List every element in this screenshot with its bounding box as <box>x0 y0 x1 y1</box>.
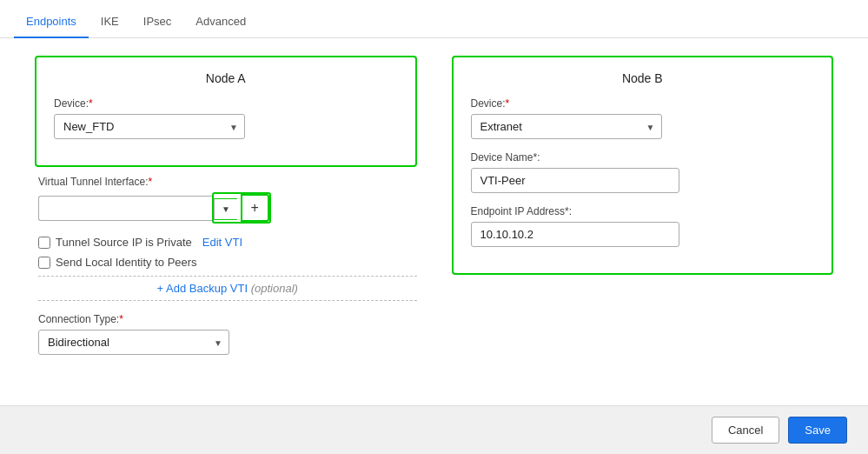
left-col-rest: Virtual Tunnel Interface:* ▼ + Tunnel So… <box>35 176 417 367</box>
footer: Cancel Save <box>0 405 868 454</box>
node-b-title: Node B <box>471 71 815 85</box>
vti-controls-box: ▼ + <box>212 192 271 224</box>
node-b-device-name-group: Device Name*: <box>471 151 815 193</box>
node-a-device-select-wrapper: New_FTD Device2 Device3 ▼ <box>54 114 245 139</box>
node-b-device-select-wrapper: Extranet Device1 Device2 ▼ <box>471 114 662 139</box>
vti-dropdown-button[interactable]: ▼ <box>214 198 237 220</box>
vti-input[interactable] <box>38 196 212 221</box>
main-content: Node A Device:* New_FTD Device2 Device3 … <box>0 38 868 405</box>
tabs-bar: Endpoints IKE IPsec Advanced <box>0 0 868 38</box>
send-local-checkbox[interactable] <box>38 257 50 269</box>
cancel-button[interactable]: Cancel <box>712 417 779 444</box>
node-b-device-name-input[interactable] <box>471 168 679 193</box>
tunnel-source-label: Tunnel Source IP is Private <box>56 236 192 249</box>
save-button[interactable]: Save <box>788 417 847 444</box>
node-a-panel: Node A Device:* New_FTD Device2 Device3 … <box>35 56 417 167</box>
node-a-device-group: Device:* New_FTD Device2 Device3 ▼ <box>54 97 398 139</box>
connection-type-select-wrapper: Bidirectional Answer Only Initiate Only … <box>38 330 229 355</box>
tab-endpoints[interactable]: Endpoints <box>14 6 89 38</box>
node-a-title: Node A <box>54 71 398 85</box>
connection-type-select[interactable]: Bidirectional Answer Only Initiate Only <box>38 330 229 355</box>
left-column: Node A Device:* New_FTD Device2 Device3 … <box>35 56 417 388</box>
vti-label: Virtual Tunnel Interface:* <box>38 176 417 188</box>
edit-vti-link[interactable]: Edit VTI <box>202 236 242 249</box>
node-b-device-name-label: Device Name*: <box>471 151 815 164</box>
node-b-device-group: Device:* Extranet Device1 Device2 ▼ <box>471 97 815 139</box>
send-local-label: Send Local Identity to Peers <box>56 256 197 269</box>
add-backup-optional-text: (optional) <box>251 282 298 295</box>
node-a-device-label: Device:* <box>54 97 398 110</box>
connection-type-group: Connection Type:* Bidirectional Answer O… <box>38 313 417 355</box>
send-local-row: Send Local Identity to Peers <box>38 256 417 269</box>
add-backup-label: + Add Backup VTI <box>157 282 248 295</box>
node-a-device-select[interactable]: New_FTD Device2 Device3 <box>54 114 245 139</box>
vti-field-group: Virtual Tunnel Interface:* ▼ + <box>38 176 417 224</box>
node-b-endpoint-ip-group: Endpoint IP Address*: <box>471 205 815 247</box>
node-b-endpoint-ip-input[interactable] <box>471 222 679 247</box>
tab-advanced[interactable]: Advanced <box>183 6 258 38</box>
vti-add-button[interactable]: + <box>241 194 269 222</box>
node-b-panel: Node B Device:* Extranet Device1 Device2… <box>452 56 834 275</box>
connection-type-label: Connection Type:* <box>38 313 417 325</box>
tunnel-source-checkbox[interactable] <box>38 237 50 249</box>
vti-input-row: ▼ + <box>38 192 417 224</box>
tab-ipsec[interactable]: IPsec <box>131 6 184 38</box>
right-column: Node B Device:* Extranet Device1 Device2… <box>452 56 834 388</box>
tunnel-source-row: Tunnel Source IP is Private Edit VTI <box>38 236 417 249</box>
tab-ike[interactable]: IKE <box>89 6 131 38</box>
add-backup-vti[interactable]: + Add Backup VTI (optional) <box>38 276 417 301</box>
node-b-device-label: Device:* <box>471 97 815 110</box>
node-b-device-select[interactable]: Extranet Device1 Device2 <box>471 114 662 139</box>
node-b-endpoint-ip-label: Endpoint IP Address*: <box>471 205 815 217</box>
